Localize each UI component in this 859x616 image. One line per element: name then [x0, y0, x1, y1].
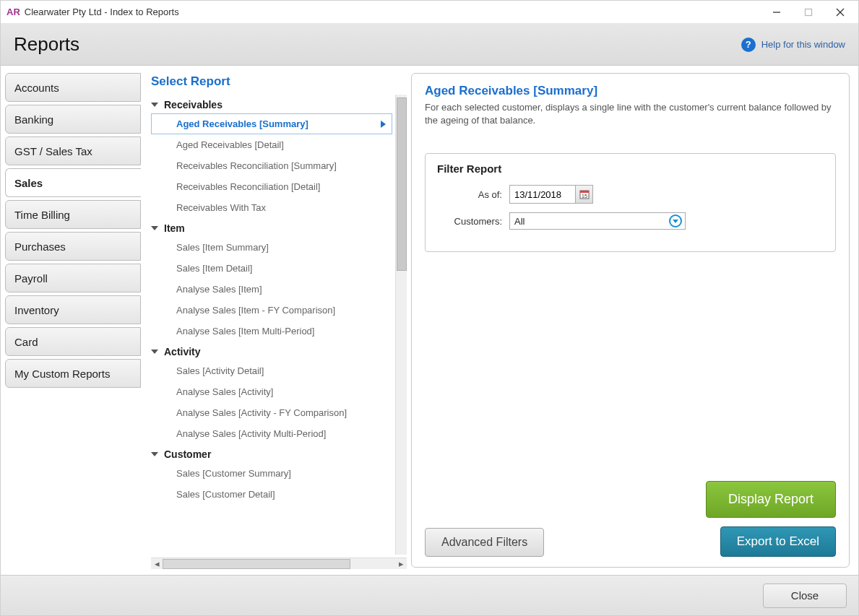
report-detail-pane: Aged Receivables [Summary] For each sele… — [411, 73, 850, 568]
group-header-receivables[interactable]: Receivables — [151, 95, 392, 113]
caret-down-icon — [151, 350, 158, 354]
help-link[interactable]: ? Help for this window — [741, 38, 845, 52]
select-report-title: Select Report — [151, 74, 407, 89]
report-item[interactable]: Sales [Item Summary] — [151, 237, 392, 258]
report-item[interactable]: Analyse Sales [Activity - FY Comparison] — [151, 402, 392, 423]
as-of-input[interactable] — [510, 187, 575, 202]
svg-rect-1 — [806, 9, 812, 15]
advanced-filters-button[interactable]: Advanced Filters — [425, 528, 544, 557]
hscroll-left-arrow[interactable]: ◂ — [151, 558, 163, 570]
group-header-activity[interactable]: Activity — [151, 342, 392, 360]
hscroll-right-arrow[interactable]: ▸ — [395, 558, 407, 570]
close-button[interactable]: Close — [763, 584, 847, 608]
minimize-button[interactable] — [767, 4, 786, 20]
vscroll-thumb[interactable] — [397, 97, 407, 271]
group-label: Item — [164, 222, 185, 234]
sidebar-tab-payroll[interactable]: Payroll — [5, 264, 141, 292]
sidebar-tab-card[interactable]: Card — [5, 327, 141, 356]
report-item[interactable]: Aged Receivables [Summary] — [151, 113, 392, 134]
footer: Close — [1, 575, 858, 615]
report-tree-pane: Select Report ReceivablesAged Receivable… — [141, 66, 407, 575]
report-item[interactable]: Analyse Sales [Item] — [151, 279, 392, 300]
titlebar: AR Clearwater Pty Ltd - Index to Reports — [1, 1, 858, 24]
group-label: Activity — [164, 346, 201, 357]
group-label: Customer — [164, 448, 211, 460]
tree-horizontal-scrollbar[interactable]: ◂ ▸ — [151, 558, 407, 569]
report-item[interactable]: Sales [Customer Summary] — [151, 463, 392, 484]
sidebar-tab-banking[interactable]: Banking — [5, 105, 141, 134]
sidebar-tab-time-billing[interactable]: Time Billing — [5, 200, 141, 229]
sidebar-tab-accounts[interactable]: Accounts — [5, 73, 141, 102]
report-detail-description: For each selected customer, displays a s… — [425, 101, 836, 127]
group-header-customer[interactable]: Customer — [151, 444, 392, 463]
report-item[interactable]: Receivables Reconciliation [Summary] — [151, 155, 392, 176]
header-band: Reports ? Help for this window — [1, 24, 858, 66]
as-of-field[interactable]: 15 — [509, 185, 593, 204]
caret-down-icon — [151, 226, 158, 230]
report-item-label: Aged Receivables [Summary] — [176, 118, 308, 129]
report-detail-title: Aged Receivables [Summary] — [425, 84, 836, 98]
app-logo: AR — [7, 6, 20, 17]
report-item[interactable]: Sales [Customer Detail] — [151, 484, 392, 505]
sidebar-tab-gst-sales-tax[interactable]: GST / Sales Tax — [5, 136, 141, 165]
sidebar-tab-inventory[interactable]: Inventory — [5, 295, 141, 324]
report-item[interactable]: Sales [Activity Detail] — [151, 360, 392, 381]
sidebar-tab-purchases[interactable]: Purchases — [5, 232, 141, 261]
as-of-label: As of: — [437, 189, 509, 200]
group-header-item[interactable]: Item — [151, 218, 392, 237]
maximize-button[interactable] — [799, 4, 818, 20]
report-item[interactable]: Sales [Item Detail] — [151, 258, 392, 279]
help-label: Help for this window — [761, 39, 845, 50]
caret-down-icon — [151, 103, 158, 107]
play-icon — [381, 121, 386, 128]
window-title: Clearwater Pty Ltd - Index to Reports — [25, 6, 179, 17]
sidebar-tab-my-custom-reports[interactable]: My Custom Reports — [5, 359, 141, 388]
filter-title: Filter Report — [437, 162, 824, 175]
close-window-button[interactable] — [831, 4, 850, 20]
tree-vertical-scrollbar[interactable] — [395, 95, 407, 555]
help-icon: ? — [741, 38, 756, 52]
hscroll-thumb[interactable] — [163, 559, 350, 569]
dropdown-icon[interactable] — [669, 214, 682, 227]
report-item[interactable]: Analyse Sales [Activity] — [151, 381, 392, 402]
export-to-excel-button[interactable]: Export to Excel — [720, 526, 836, 557]
customers-combo[interactable]: All — [509, 212, 686, 230]
customers-value: All — [514, 216, 525, 227]
report-item[interactable]: Aged Receivables [Detail] — [151, 134, 392, 155]
display-report-button[interactable]: Display Report — [706, 481, 836, 518]
group-label: Receivables — [164, 99, 223, 110]
report-item[interactable]: Analyse Sales [Activity Multi-Period] — [151, 423, 392, 444]
svg-text:15: 15 — [582, 194, 587, 199]
caret-down-icon — [151, 452, 158, 456]
sidebar-tab-sales[interactable]: Sales — [5, 168, 141, 197]
page-title: Reports — [14, 33, 79, 56]
report-item[interactable]: Analyse Sales [Item Multi-Period] — [151, 321, 392, 342]
report-item[interactable]: Analyse Sales [Item - FY Comparison] — [151, 300, 392, 321]
calendar-icon[interactable]: 15 — [575, 186, 592, 203]
category-sidebar: AccountsBankingGST / Sales TaxSalesTime … — [1, 66, 141, 575]
report-item[interactable]: Receivables With Tax — [151, 197, 392, 218]
report-item[interactable]: Receivables Reconciliation [Detail] — [151, 176, 392, 197]
customers-label: Customers: — [437, 216, 509, 227]
filter-report-box: Filter Report As of: 15 Customers: All — [425, 153, 836, 252]
